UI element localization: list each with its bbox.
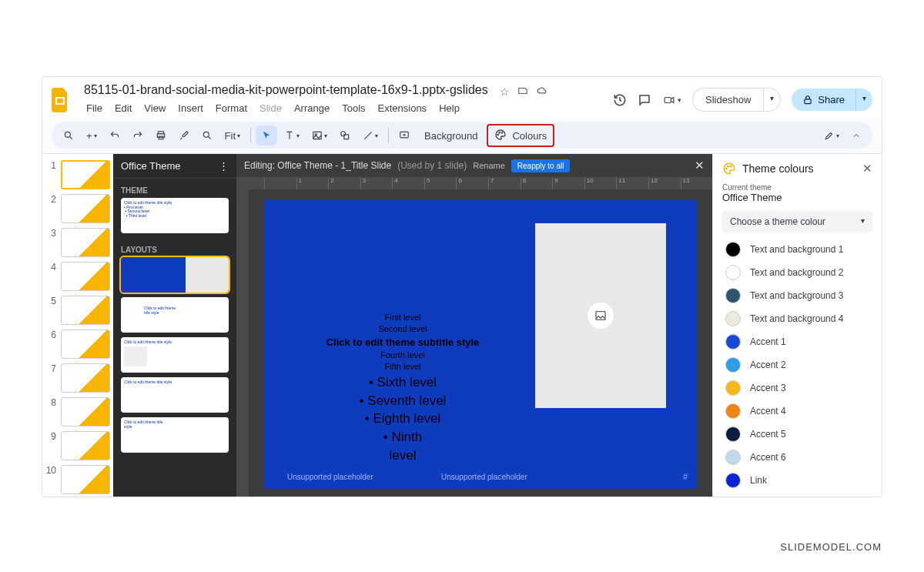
history-icon[interactable]: [613, 93, 627, 107]
slide-preview[interactable]: [61, 262, 110, 291]
slide-preview[interactable]: [61, 397, 110, 426]
slide-thumb[interactable]: 10: [45, 465, 110, 494]
slideshow-dropdown[interactable]: ▾: [763, 88, 781, 112]
theme-colour-dropdown[interactable]: Choose a theme colour ▾: [722, 211, 872, 232]
used-by-label: (Used by 1 slide): [397, 160, 467, 171]
slide-thumb[interactable]: 9: [45, 431, 110, 460]
colour-row[interactable]: Text and background 3: [722, 285, 872, 306]
comments-icon[interactable]: [638, 93, 651, 107]
undo-button[interactable]: [104, 125, 126, 146]
reapply-button[interactable]: Reapply to all: [511, 159, 571, 172]
paint-format-button[interactable]: [173, 125, 195, 146]
redo-button[interactable]: [127, 125, 149, 146]
menu-help[interactable]: Help: [434, 100, 465, 116]
slideshow-button[interactable]: Slideshow: [692, 88, 763, 112]
rename-button[interactable]: Rename: [473, 161, 505, 170]
slide-preview[interactable]: [61, 228, 110, 257]
svg-point-20: [731, 166, 732, 167]
colour-row[interactable]: Accent 1: [722, 331, 872, 353]
menu-tools[interactable]: Tools: [336, 100, 370, 116]
colour-row[interactable]: Accent 3: [722, 377, 872, 399]
colour-row[interactable]: Link: [722, 470, 872, 491]
layout-thumb[interactable]: Click to edit theme titlestyle: [121, 417, 229, 453]
colour-swatch: [725, 357, 741, 373]
document-title[interactable]: 85115-01-brand-social-media-kit-powerpoi…: [81, 82, 491, 99]
menu-edit[interactable]: Edit: [109, 100, 137, 116]
slide-thumb[interactable]: 2: [45, 194, 110, 223]
menu-slide[interactable]: Slide: [254, 100, 287, 116]
slide-canvas[interactable]: First level Second level Click to edit t…: [264, 200, 697, 489]
menu-insert[interactable]: Insert: [172, 100, 209, 116]
slides-logo[interactable]: [52, 85, 75, 115]
slide-preview[interactable]: [61, 160, 110, 189]
new-slide-button[interactable]: + ▾: [81, 125, 102, 146]
colour-label: Accent 4: [750, 406, 786, 416]
slide-thumb[interactable]: 7: [45, 363, 110, 393]
cloud-status-icon[interactable]: [536, 85, 548, 98]
background-button[interactable]: Background: [417, 125, 485, 146]
share-dropdown[interactable]: ▾: [856, 89, 872, 111]
slide-filmstrip[interactable]: 12345678910: [42, 154, 113, 497]
subtitle-text: Click to edit theme subtitle style: [318, 336, 487, 350]
colour-row[interactable]: Text and background 4: [722, 308, 872, 329]
menu-extensions[interactable]: Extensions: [373, 100, 433, 116]
layout-thumb[interactable]: Click to edit themetitle style: [121, 297, 229, 333]
svg-rect-3: [805, 99, 811, 103]
zoom-fit[interactable]: Fit ▾: [219, 125, 246, 146]
theme-panel-more-icon[interactable]: ⋮: [219, 160, 229, 172]
slide-preview[interactable]: [61, 431, 110, 460]
svg-point-4: [65, 132, 70, 137]
colour-row[interactable]: Accent 4: [722, 400, 872, 422]
colour-row[interactable]: Accent 5: [722, 423, 872, 445]
slide-preview[interactable]: [61, 296, 110, 325]
slide-thumb[interactable]: 8: [45, 397, 110, 426]
close-icon[interactable]: ✕: [862, 162, 872, 176]
star-icon[interactable]: ☆: [500, 85, 510, 98]
slide-thumb[interactable]: 4: [45, 262, 110, 291]
colour-swatch: [725, 426, 741, 442]
select-tool[interactable]: [256, 125, 277, 146]
layout-thumb[interactable]: Click to edit theme title style: [121, 377, 229, 413]
slide-preview[interactable]: [61, 363, 110, 393]
search-icon[interactable]: [58, 125, 79, 146]
colour-swatch: [725, 265, 741, 280]
slide-thumb[interactable]: 5: [45, 296, 110, 325]
slide-thumb[interactable]: 6: [45, 329, 110, 359]
colours-button[interactable]: Colours: [487, 124, 554, 147]
colour-row[interactable]: Accent 6: [722, 447, 872, 468]
slide-preview[interactable]: [61, 329, 110, 359]
share-button[interactable]: Share: [792, 89, 856, 111]
menu-format[interactable]: Format: [210, 100, 253, 116]
layout-thumb[interactable]: [121, 257, 229, 293]
colour-label: Accent 5: [750, 429, 786, 440]
theme-panel-title: Office Theme: [121, 160, 181, 172]
slide-thumb[interactable]: 1: [45, 160, 110, 189]
menu-arrange[interactable]: Arrange: [289, 100, 335, 116]
collapse-toolbar-icon[interactable]: [846, 126, 866, 145]
slide-thumb[interactable]: 3: [45, 228, 110, 257]
textbox-button[interactable]: ▾: [279, 125, 305, 146]
layout-thumb[interactable]: Click to edit theme title style: [121, 337, 229, 373]
colour-row[interactable]: Accent 2: [722, 354, 872, 376]
meet-icon[interactable]: ▾: [662, 95, 681, 105]
line-button[interactable]: ▾: [357, 125, 383, 146]
level-text: • Eighth level: [318, 410, 487, 428]
slide-preview[interactable]: [61, 194, 110, 223]
print-button[interactable]: [150, 125, 172, 146]
slide-text-placeholder[interactable]: First level Second level Click to edit t…: [318, 312, 487, 465]
zoom-button[interactable]: [196, 125, 218, 146]
colour-row[interactable]: Text and background 1: [722, 239, 872, 260]
pen-mode-button[interactable]: ▾: [819, 125, 845, 146]
image-placeholder[interactable]: [535, 223, 666, 408]
menu-view[interactable]: View: [139, 100, 171, 116]
close-icon[interactable]: ✕: [695, 159, 705, 172]
menu-file[interactable]: File: [81, 100, 108, 116]
shape-button[interactable]: [334, 125, 356, 146]
theme-master-thumb[interactable]: Click to edit theme title style• First l…: [121, 198, 229, 233]
move-icon[interactable]: [517, 85, 528, 98]
svg-rect-2: [665, 97, 671, 102]
slide-preview[interactable]: [61, 465, 110, 494]
comment-button[interactable]: [393, 125, 415, 146]
colour-row[interactable]: Text and background 2: [722, 262, 872, 283]
image-button[interactable]: ▾: [306, 125, 333, 146]
